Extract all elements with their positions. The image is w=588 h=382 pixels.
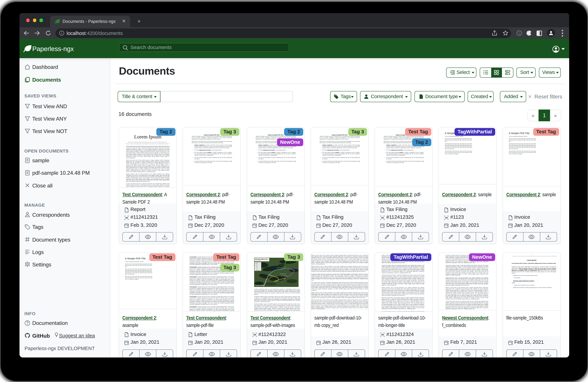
svg-text:Day 1: Day 1 (256, 264, 258, 265)
svg-text:main bay portage: main bay portage (280, 274, 286, 274)
svg-text:Boundary Waters Trip: Boundary Waters Trip (255, 259, 268, 260)
svg-text:Day 2: Day 2 (256, 265, 258, 266)
svg-text:Legend: Legend (255, 263, 258, 263)
svg-text:north camp lakes: north camp lakes (281, 276, 287, 276)
svg-text:Mountain lake: Mountain lake (277, 267, 282, 268)
svg-text:Day 4: Day 4 (256, 267, 258, 268)
svg-text:Entry Point 30: Entry Point 30 (256, 270, 260, 271)
svg-text:Day 5: Day 5 (256, 269, 258, 269)
svg-text:for days in BWCA: for days in BWCA (255, 260, 261, 261)
svg-text:Day 3: Day 3 (256, 266, 258, 267)
svg-text:Google Earth: Google Earth (255, 285, 264, 286)
